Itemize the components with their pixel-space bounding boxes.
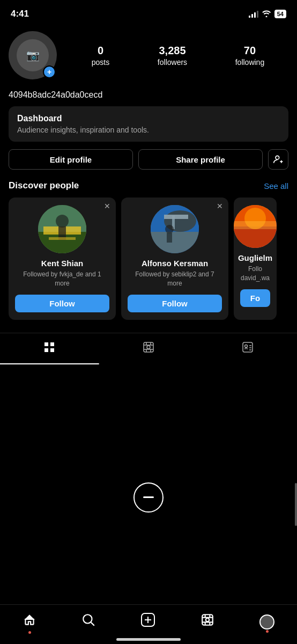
nav-home[interactable] <box>14 611 45 633</box>
alfonso-avatar <box>151 205 199 253</box>
svg-line-36 <box>91 623 94 626</box>
tagged-icon <box>241 341 254 357</box>
svg-rect-20 <box>44 348 48 352</box>
person-card-alfonso: ✕ Alfonso Kersman Followed by sebiklip2 … <box>121 197 228 320</box>
nav-add[interactable] <box>132 610 164 633</box>
svg-rect-17 <box>234 221 277 229</box>
dashboard-subtitle: Audience insights, inspiration and tools… <box>17 126 280 134</box>
svg-point-23 <box>147 346 150 349</box>
avatar-container[interactable]: 📷 + <box>9 31 57 79</box>
reels-icon <box>142 341 155 357</box>
search-icon <box>81 613 95 631</box>
home-notification-dot <box>28 631 31 634</box>
tab-grid[interactable] <box>0 333 99 364</box>
signal-icon <box>249 10 258 18</box>
tab-reels[interactable] <box>99 333 198 364</box>
camera-icon: 📷 <box>26 49 40 62</box>
follow-alfonso-button[interactable]: Follow <box>128 295 222 312</box>
scrollbar <box>295 483 297 526</box>
following-label: following <box>235 58 264 67</box>
guglielm-avatar <box>234 205 277 248</box>
svg-point-41 <box>206 618 210 622</box>
svg-rect-40 <box>202 614 213 625</box>
create-post-area <box>0 472 297 518</box>
status-time: 4:41 <box>11 9 29 19</box>
svg-rect-30 <box>243 342 253 352</box>
svg-rect-15 <box>234 226 277 248</box>
follow-guglielm-button[interactable]: Fo <box>240 289 270 307</box>
nav-reels[interactable] <box>192 611 223 633</box>
svg-point-12 <box>165 225 174 233</box>
svg-point-35 <box>83 614 92 623</box>
see-all-button[interactable]: See all <box>264 181 288 191</box>
followers-count: 3,285 <box>159 45 185 57</box>
person-card-guglielm: Guglielm Follo david_.wa Fo <box>234 197 277 320</box>
person-card-kent: ✕ Kent Shian Followed by fvkja_de and 1 … <box>9 197 116 320</box>
svg-rect-22 <box>144 342 153 352</box>
discover-header: Discover people See all <box>0 180 297 197</box>
svg-rect-21 <box>50 348 54 352</box>
svg-rect-13 <box>167 233 172 243</box>
following-count: 70 <box>244 45 256 57</box>
profile-notification-dot <box>266 630 269 633</box>
dashboard-title: Dashboard <box>17 114 280 123</box>
followers-label: followers <box>158 58 187 67</box>
empty-grid <box>0 364 297 472</box>
posts-stat[interactable]: 0 posts <box>92 45 109 67</box>
posts-label: posts <box>92 58 109 67</box>
content-tabs <box>0 333 297 364</box>
kent-followed-by: Followed by fvkja_de and 1 more <box>15 270 109 288</box>
svg-rect-18 <box>44 342 48 346</box>
nav-reels-icon <box>201 613 214 631</box>
action-buttons: Edit profile Share profile <box>0 149 297 180</box>
home-indicator <box>116 638 181 641</box>
dashboard-card[interactable]: Dashboard Audience insights, inspiration… <box>9 106 288 142</box>
svg-rect-19 <box>50 342 54 346</box>
tab-tagged[interactable] <box>198 333 297 364</box>
profile-header: 📷 + 0 posts 3,285 followers 70 following <box>0 26 297 88</box>
posts-count: 0 <box>98 45 103 57</box>
status-bar: 4:41 54 <box>0 0 297 26</box>
svg-point-0 <box>276 156 279 159</box>
kent-name: Kent Shian <box>41 259 83 268</box>
kent-avatar <box>38 205 86 253</box>
following-stat[interactable]: 70 following <box>235 45 264 67</box>
discover-title: Discover people <box>9 180 79 191</box>
svg-rect-6 <box>49 237 76 240</box>
nav-profile[interactable] <box>251 612 283 632</box>
create-post-button[interactable] <box>133 482 164 513</box>
stats-container: 0 posts 3,285 followers 70 following <box>68 45 288 67</box>
alfonso-followed-by: Followed by sebiklip2 and 7 more <box>128 270 222 288</box>
username: 4094b8adc24a0da0cecd <box>0 88 297 106</box>
close-kent-button[interactable]: ✕ <box>104 202 110 210</box>
nav-search[interactable] <box>73 611 104 633</box>
follow-kent-button[interactable]: Follow <box>15 295 109 312</box>
svg-point-4 <box>56 215 69 228</box>
guglielm-name: Guglielm <box>238 253 272 262</box>
add-photo-button[interactable]: + <box>43 65 56 78</box>
minus-icon <box>143 496 154 498</box>
svg-rect-11 <box>164 215 188 219</box>
share-profile-button[interactable]: Share profile <box>138 149 263 170</box>
grid-icon <box>43 341 56 357</box>
add-icon <box>140 612 155 631</box>
wifi-icon <box>262 10 271 19</box>
add-person-button[interactable] <box>268 149 288 170</box>
status-icons: 54 <box>249 10 286 19</box>
followers-stat[interactable]: 3,285 followers <box>158 45 187 67</box>
battery-indicator: 54 <box>274 10 286 18</box>
home-icon <box>23 613 36 631</box>
close-alfonso-button[interactable]: ✕ <box>217 202 223 210</box>
guglielm-followed-by: Follo david_.wa <box>240 265 270 283</box>
edit-profile-button[interactable]: Edit profile <box>9 149 133 170</box>
nav-profile-avatar <box>259 614 274 630</box>
people-scroll: ✕ Kent Shian Followed by fvkja_de and 1 … <box>0 197 297 331</box>
alfonso-name: Alfonso Kersman <box>142 259 208 268</box>
